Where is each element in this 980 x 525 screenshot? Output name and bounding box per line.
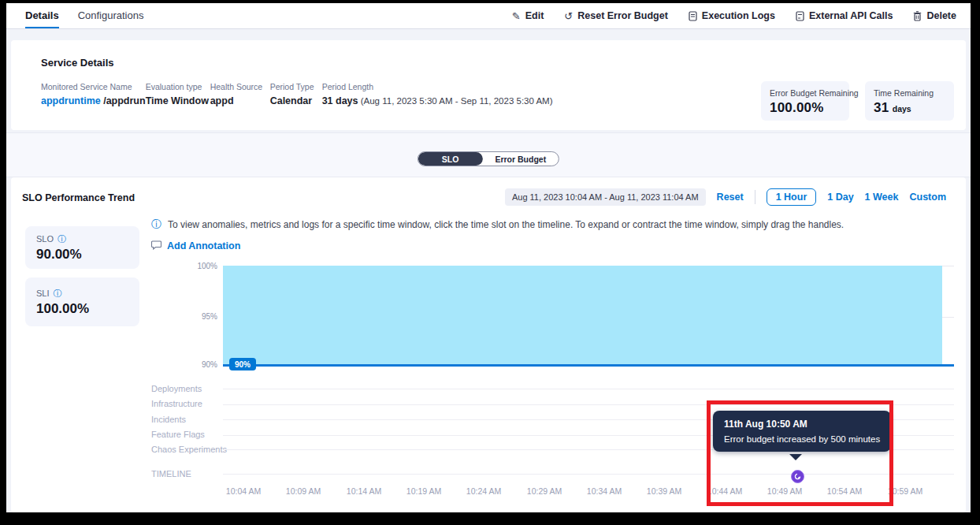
service-details-title: Service Details	[41, 57, 114, 69]
slo-info-icon[interactable]: ⓘ	[58, 235, 66, 244]
sli-value: 100.00%	[36, 301, 128, 317]
range-custom-button[interactable]: Custom	[909, 192, 946, 203]
range-1-week-button[interactable]: 1 Week	[865, 192, 899, 203]
execution-logs-button[interactable]: Execution Logs	[689, 10, 775, 21]
external-api-calls-label: External API Calls	[809, 10, 893, 21]
app-page: Details Configurations ✎ Edit ↺ Reset Er…	[6, 3, 971, 512]
lane-feature-flags: Feature Flags	[151, 430, 205, 439]
range-1-hour-button[interactable]: 1 Hour	[767, 188, 817, 206]
field-period-length: Period Length 31 days (Aug 11, 2023 5:30…	[322, 82, 553, 106]
trend-controls: Aug 11, 2023 10:04 AM - Aug 11, 2023 11:…	[505, 188, 946, 206]
y-tick-90: 90%	[186, 360, 217, 369]
annotation-tooltip-arrow	[789, 454, 802, 467]
lane-line	[223, 404, 954, 405]
field-label: Period Type	[270, 82, 322, 91]
edit-button[interactable]: ✎ Edit	[512, 10, 544, 21]
annotation-tooltip-title: 11th Aug 10:50 AM	[724, 419, 880, 430]
range-1-day-button[interactable]: 1 Day	[827, 192, 853, 203]
annotation-tooltip: 11th Aug 10:50 AM Error budget increased…	[713, 411, 891, 452]
tab-details-label: Details	[25, 9, 59, 21]
tab-configurations[interactable]: Configurations	[78, 3, 144, 28]
field-label: Evaluation type	[146, 82, 210, 91]
external-api-calls-button[interactable]: External API Calls	[796, 10, 893, 21]
x-tick: 10:39 AM	[637, 486, 692, 496]
sli-card: SLIⓘ 100.00%	[25, 277, 139, 326]
toggle-error-budget-label: Error Budget	[495, 155, 546, 164]
error-budget-remaining-card: Error Budget Remaining 100.00%	[761, 81, 849, 121]
toggle-error-budget[interactable]: Error Budget	[482, 152, 559, 166]
annotation-marker-icon[interactable]	[791, 470, 804, 483]
time-remaining-unit: days	[893, 104, 911, 114]
document-icon	[689, 11, 697, 21]
annotation-bubble-icon	[151, 239, 161, 253]
lane-incidents: Incidents	[151, 415, 186, 424]
slo-label: SLO	[36, 234, 54, 244]
x-tick: 10:49 AM	[757, 486, 812, 496]
time-remaining-value: 31	[874, 100, 889, 115]
service-details-fields: Monitored Service Name appdruntime /appd…	[41, 82, 553, 106]
lane-line	[223, 389, 954, 389]
divider	[755, 190, 755, 204]
toggle-slo[interactable]: SLO	[418, 152, 483, 166]
lane-infrastructure: Infrastructure	[151, 399, 202, 408]
x-tick: 10:44 AM	[697, 486, 752, 496]
date-range-chip[interactable]: Aug 11, 2023 10:04 AM - Aug 11, 2023 11:…	[505, 188, 706, 206]
field-evaluation-type: Evaluation type Time Window	[146, 82, 210, 106]
x-tick: 10:54 AM	[817, 486, 872, 496]
y-tick-100: 100%	[186, 262, 217, 270]
slo-value: 90.00%	[36, 247, 128, 262]
header-toolbar: ✎ Edit ↺ Reset Error Budget Execution Lo…	[512, 3, 971, 28]
time-remaining-card: Time Remaining 31 days	[865, 81, 954, 121]
add-annotation-button[interactable]: Add Annotation	[151, 239, 240, 253]
time-remaining-label: Time Remaining	[874, 88, 945, 98]
tab-details[interactable]: Details	[25, 3, 59, 28]
reset-icon: ↺	[564, 11, 573, 21]
field-value: appd	[210, 95, 270, 106]
slo-objective-line	[223, 364, 954, 367]
field-health-source: Health Source appd	[210, 82, 270, 106]
field-label: Monitored Service Name	[41, 82, 146, 91]
slo-objective-badge: 90%	[229, 358, 256, 370]
field-value: Time Window	[146, 95, 210, 106]
x-tick: 10:59 AM	[878, 486, 933, 496]
trash-icon	[913, 11, 922, 21]
timeline-lane-label: TIMELINE	[151, 469, 191, 478]
error-budget-remaining-label: Error Budget Remaining	[770, 88, 841, 98]
x-tick: 10:14 AM	[336, 486, 392, 496]
sli-label: SLI	[36, 289, 50, 298]
field-label: Health Source	[210, 82, 270, 91]
field-value: Calendar	[270, 95, 322, 106]
reset-button[interactable]: Reset	[717, 192, 744, 203]
toggle-slo-label: SLO	[442, 155, 459, 164]
period-range: (Aug 11, 2023 5:30 AM - Sep 11, 2023 5:3…	[358, 96, 553, 106]
field-monitored-service-name: Monitored Service Name appdruntime /appd…	[41, 82, 146, 106]
api-document-icon	[796, 11, 804, 21]
reset-error-budget-button[interactable]: ↺ Reset Error Budget	[564, 10, 668, 21]
tab-configurations-label: Configurations	[78, 9, 144, 21]
slo-card: SLOⓘ 90.00%	[25, 226, 139, 269]
slo-performance-trend-title: SLO Performance Trend	[22, 192, 135, 203]
x-tick: 10:09 AM	[276, 486, 331, 496]
timeline-info: ⓘ To view anomalies, metrics and logs fo…	[151, 219, 908, 230]
sli-area-series[interactable]	[223, 266, 942, 365]
monitored-service-link[interactable]: appdruntime	[41, 95, 101, 106]
reset-error-budget-label: Reset Error Budget	[577, 10, 668, 21]
lane-chaos-experiments: Chaos Experiments	[151, 445, 227, 454]
annotation-tooltip-text: Error budget increased by 500 minutes	[724, 434, 880, 444]
delete-button[interactable]: Delete	[913, 10, 956, 21]
y-tick-95: 95%	[186, 312, 217, 321]
field-period-type: Period Type Calendar	[270, 82, 322, 106]
field-value: 31 days	[322, 95, 358, 106]
x-tick: 10:19 AM	[396, 486, 451, 496]
x-tick: 10:24 AM	[456, 486, 511, 496]
timeline-lane-line[interactable]	[223, 474, 954, 475]
x-tick: 10:29 AM	[517, 486, 572, 496]
lane-deployments: Deployments	[151, 384, 202, 393]
error-budget-remaining-value: 100.00%	[770, 100, 841, 116]
x-tick: 10:34 AM	[577, 486, 632, 496]
pencil-icon: ✎	[512, 11, 521, 21]
field-label: Period Length	[322, 82, 553, 91]
service-path: /appdrun	[101, 95, 146, 106]
sli-info-icon[interactable]: ⓘ	[54, 289, 62, 298]
info-icon: ⓘ	[151, 219, 161, 229]
